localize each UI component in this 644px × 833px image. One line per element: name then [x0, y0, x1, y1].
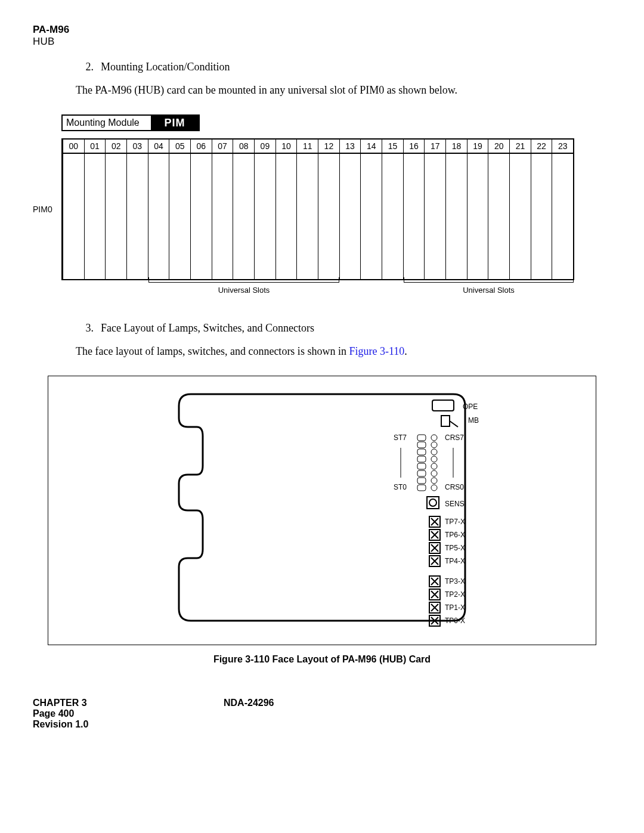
svg-point-14 [431, 463, 437, 469]
slot-column: 09 [254, 140, 275, 279]
slot-number: 00 [63, 140, 84, 154]
label-crs7: CRS7 [445, 433, 464, 442]
slot-number: 13 [340, 140, 361, 154]
svg-rect-2 [417, 435, 426, 441]
slot-column: 18 [445, 140, 467, 279]
card-figure-frame: OPE MB ST7 ST0 CRS7 CRS0 SENS TP7-X TP6-… [48, 376, 596, 645]
mounting-diagram: Mounting Module PIM PIM0 000102030405060… [61, 114, 574, 280]
section-2-body: The PA-M96 (HUB) card can be mounted in … [76, 84, 611, 97]
figure-link[interactable]: Figure 3-110 [349, 345, 404, 357]
label-crs0: CRS0 [445, 483, 464, 491]
slot-number: 19 [467, 140, 488, 154]
slot-number: 10 [276, 140, 297, 154]
figure-caption: Figure 3-110 Face Layout of PA-M96 (HUB)… [33, 654, 611, 665]
tp-connectors [429, 516, 440, 626]
slot-number: 11 [297, 140, 318, 154]
slot-number: 21 [510, 140, 531, 154]
pim0-row-label: PIM0 [33, 205, 52, 214]
svg-rect-9 [417, 485, 426, 491]
slot-column: 17 [424, 140, 445, 279]
slot-number: 06 [191, 140, 212, 154]
slot-column: 04 [148, 140, 169, 279]
slot-column: 13 [339, 140, 361, 279]
label-tp3: TP3-X [445, 577, 465, 586]
slot-number: 22 [531, 140, 552, 154]
svg-rect-5 [417, 456, 426, 462]
slot-column: 15 [382, 140, 403, 279]
slot-column: 03 [126, 140, 148, 279]
slot-number: 05 [169, 140, 190, 154]
slot-column: 22 [531, 140, 552, 279]
universal-slots-a: Universal Slots [148, 283, 339, 292]
label-tp4: TP4-X [445, 557, 465, 565]
slot-column: 08 [233, 140, 254, 279]
label-st7: ST7 [394, 433, 407, 442]
mb-switch [441, 416, 458, 427]
slot-column: 14 [360, 140, 382, 279]
universal-slots-b: Universal Slots [404, 283, 574, 292]
label-tp1: TP1-X [445, 603, 465, 612]
slot-table: PIM0 00010203040506070809101112131415161… [61, 138, 574, 280]
footer-rev: Revision 1.0 [33, 719, 224, 730]
section-3-title: Face Layout of Lamps, Switches, and Conn… [101, 322, 314, 334]
extractor-tab [432, 400, 454, 411]
svg-rect-8 [417, 478, 426, 484]
section-3-body-post: . [404, 345, 407, 357]
card-outline [179, 394, 465, 621]
slot-column: 19 [467, 140, 488, 279]
slot-column: 02 [105, 140, 126, 279]
doc-model: PA-M96 [33, 24, 611, 36]
slot-number: 17 [425, 140, 445, 154]
slot-column: 12 [318, 140, 339, 279]
section-3-body: The face layout of lamps, switches, and … [76, 345, 611, 358]
slot-number: 03 [127, 140, 148, 154]
section-3-body-pre: The face layout of lamps, switches, and … [76, 345, 349, 357]
pim-badge: PIM [151, 116, 199, 130]
svg-point-10 [431, 435, 437, 441]
slot-column: 11 [296, 140, 318, 279]
svg-point-11 [431, 442, 437, 448]
slot-number: 01 [85, 140, 106, 154]
svg-point-15 [431, 470, 437, 476]
slot-column: 16 [403, 140, 425, 279]
footer-chapter: CHAPTER 3 [33, 698, 224, 708]
svg-line-1 [450, 421, 458, 427]
slot-number: 12 [318, 140, 339, 154]
slot-number: 16 [404, 140, 425, 154]
slot-column: 00 [63, 140, 84, 279]
slot-number: 08 [233, 140, 254, 154]
slot-column: 07 [212, 140, 233, 279]
section-2-num: 2. [76, 61, 94, 73]
slot-number: 02 [106, 140, 126, 154]
section-3-heading: 3.Face Layout of Lamps, Switches, and Co… [76, 322, 611, 335]
section-2-title: Mounting Location/Condition [101, 61, 230, 73]
slot-number: 09 [255, 140, 275, 154]
label-tp7: TP7-X [445, 518, 465, 526]
label-tp5: TP5-X [445, 544, 465, 552]
label-ope: OPE [463, 402, 478, 411]
svg-rect-6 [417, 463, 426, 469]
label-tp0: TP0-X [445, 617, 465, 625]
svg-point-12 [431, 449, 437, 455]
slot-number: 18 [446, 140, 467, 154]
slot-column: 05 [169, 140, 190, 279]
slot-column: 01 [84, 140, 106, 279]
svg-rect-7 [417, 470, 426, 476]
svg-point-13 [431, 456, 437, 462]
section-3-num: 3. [76, 322, 94, 335]
section-2-heading: 2.Mounting Location/Condition [76, 61, 611, 73]
slot-column: 21 [509, 140, 531, 279]
mounting-header: Mounting Module PIM [61, 114, 200, 131]
slot-number: 23 [552, 140, 573, 154]
slot-column: 06 [190, 140, 212, 279]
footer-page: Page 400 [33, 708, 224, 719]
led-column [417, 435, 437, 491]
svg-rect-0 [441, 416, 450, 426]
slot-number: 15 [382, 140, 403, 154]
sens-icon [427, 497, 439, 509]
label-tp6: TP6-X [445, 531, 465, 539]
label-sens: SENS [445, 500, 465, 508]
slot-number: 07 [212, 140, 233, 154]
svg-point-19 [429, 499, 436, 506]
svg-rect-3 [417, 442, 426, 448]
